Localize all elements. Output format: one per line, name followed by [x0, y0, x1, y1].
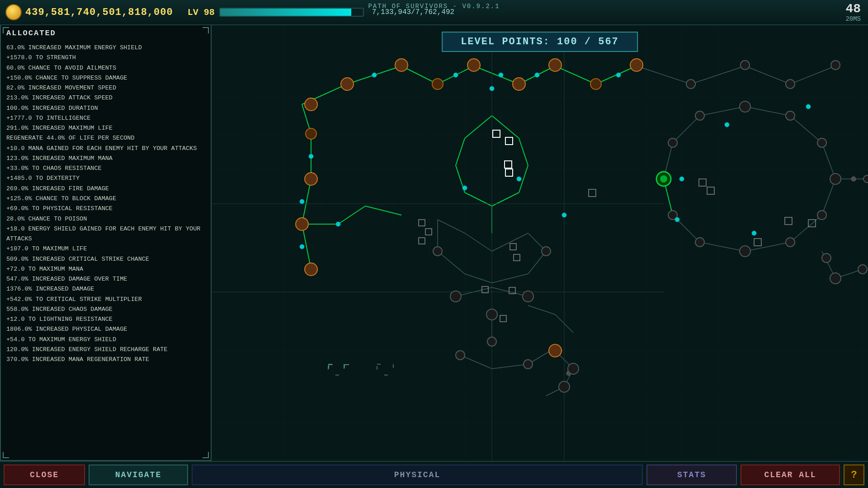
stat-line: +12.0 TO LIGHTNING RESISTANCE — [6, 314, 205, 324]
svg-point-76 — [372, 73, 377, 77]
svg-point-104 — [306, 128, 316, 139]
svg-point-93 — [740, 246, 750, 257]
svg-point-147 — [524, 360, 533, 369]
xp-bar — [219, 8, 364, 17]
bottom-bar: CLOSE NAVIGATE PHYSICAL STATS CLEAR ALL … — [0, 461, 868, 488]
svg-point-80 — [616, 73, 621, 77]
stat-line: 547.0% INCREASED DAMAGE OVER TIME — [6, 274, 205, 284]
help-button[interactable]: ? — [844, 465, 864, 485]
panel-corner-br — [203, 452, 209, 458]
top-bar: 439,581,740,501,818,000 LV 98 7,133,943/… — [0, 0, 868, 25]
svg-point-97 — [695, 111, 704, 120]
svg-point-103 — [305, 98, 317, 111]
svg-point-84 — [741, 61, 750, 70]
svg-point-91 — [817, 211, 826, 220]
svg-point-88 — [786, 111, 795, 120]
stat-line: 1806.0% INCREASED PHYSICAL DAMAGE — [6, 324, 205, 334]
stat-line: 120.0% INCREASED ENERGY SHIELD RECHARGE … — [6, 345, 205, 355]
stat-line: +1485.0 TO DEXTERITY — [6, 174, 205, 183]
svg-point-130 — [462, 186, 467, 190]
svg-point-148 — [830, 273, 841, 284]
close-button[interactable]: CLOSE — [4, 465, 85, 485]
stat-line: 100.0% INCREASED DURATION — [6, 103, 205, 113]
svg-point-68 — [341, 78, 354, 90]
gold-icon — [5, 4, 22, 20]
svg-point-69 — [395, 59, 408, 71]
stat-line: +72.0 TO MAXIMUM MANA — [6, 264, 205, 274]
svg-point-146 — [456, 351, 465, 360]
svg-point-129 — [336, 222, 340, 226]
svg-point-87 — [740, 101, 750, 112]
svg-point-145 — [559, 381, 570, 392]
svg-point-75 — [630, 59, 643, 71]
svg-point-72 — [513, 78, 525, 90]
svg-point-70 — [432, 79, 443, 89]
stats-button[interactable]: STATS — [646, 465, 737, 485]
stat-line: +18.0 ENERGY SHIELD GAINED FOR EACH ENEM… — [6, 224, 205, 244]
svg-point-74 — [590, 79, 601, 89]
stat-line: 28.0% CHANCE TO POISON — [6, 214, 205, 224]
stat-line: +107.0 TO MAXIMUM LIFE — [6, 244, 205, 254]
svg-point-131 — [517, 177, 521, 181]
svg-point-106 — [296, 218, 308, 230]
skill-tree-svg[interactable] — [212, 25, 868, 461]
stat-line: +10.0 MANA GAINED FOR EACH ENEMY HIT BY … — [6, 144, 205, 154]
panel-corner-tl — [3, 27, 9, 33]
stat-line: 60.0% CHANCE TO AVOID AILMENTS — [6, 63, 205, 73]
stat-line: 291.0% INCREASED MAXIMUM LIFE — [6, 123, 205, 133]
skill-tree-area[interactable]: LEVEL POINTS: 100 / 567 — [212, 25, 868, 461]
svg-point-132 — [490, 86, 494, 91]
svg-point-94 — [695, 238, 704, 247]
svg-point-78 — [499, 73, 503, 77]
svg-point-73 — [549, 59, 561, 71]
stat-line: +54.0 TO MAXIMUM ENERGY SHIELD — [6, 335, 205, 345]
svg-point-144 — [568, 363, 579, 374]
svg-rect-0 — [212, 25, 868, 461]
stat-line: 82.0% INCREASED MOVEMENT SPEED — [6, 83, 205, 93]
svg-point-85 — [786, 80, 795, 89]
svg-point-99 — [806, 104, 811, 109]
stat-line: 509.0% INCREASED CRITICAL STRIKE CHANCE — [6, 254, 205, 264]
svg-point-107 — [305, 263, 317, 276]
svg-point-77 — [453, 73, 458, 77]
stat-line: 370.0% INCREASED MANA REGENERATION RATE — [6, 355, 205, 365]
stat-line: +150.0% CHANCE TO SUPPRESS DAMAGE — [6, 73, 205, 83]
game-title: PATH OF SURVIVORS - V0.9.2.1 — [368, 3, 500, 10]
stat-line: +69.0% TO PHYSICAL RESISTANCE — [6, 204, 205, 214]
svg-point-151 — [863, 175, 868, 183]
svg-point-96 — [668, 138, 677, 147]
svg-point-143 — [549, 344, 561, 357]
svg-point-142 — [487, 337, 496, 346]
panel-header: ALLOCATED — [1, 25, 211, 41]
svg-point-105 — [305, 173, 317, 185]
clear-all-button[interactable]: CLEAR ALL — [741, 465, 840, 485]
navigate-button[interactable]: NAVIGATE — [89, 465, 188, 485]
svg-point-102 — [851, 177, 856, 181]
stat-line: 213.0% INCREASED ATTACK SPEED — [6, 93, 205, 103]
stat-line: +1777.0 TO INTELLIGENCE — [6, 113, 205, 123]
stat-line: 63.0% INCREASED MAXIMUM ENERGY SHIELD — [6, 43, 205, 53]
svg-point-128 — [300, 244, 304, 249]
svg-point-126 — [309, 154, 313, 159]
fps-display: 48 20MS — [845, 3, 861, 23]
svg-point-101 — [679, 177, 684, 181]
svg-point-140 — [433, 247, 442, 256]
stat-line: REGENERATE 44.0% OF LIFE PER SECOND — [6, 133, 205, 143]
svg-point-100 — [752, 231, 756, 235]
gold-amount: 439,581,740,501,818,000 — [25, 7, 173, 18]
stat-line: 269.0% INCREASED FIRE DAMAGE — [6, 184, 205, 194]
physical-button[interactable]: PHYSICAL — [192, 465, 643, 485]
stat-line: 558.0% INCREASED CHAOS DAMAGE — [6, 305, 205, 314]
svg-point-149 — [822, 253, 831, 263]
svg-point-134 — [675, 217, 679, 222]
stat-line: +33.0% TO CHAOS RESISTANCE — [6, 164, 205, 174]
svg-point-90 — [830, 174, 841, 184]
svg-point-127 — [300, 199, 304, 204]
stat-line: 123.0% INCREASED MAXIMUM MANA — [6, 154, 205, 164]
svg-point-71 — [467, 59, 480, 71]
stat-line: +1578.0 TO STRENGTH — [6, 53, 205, 63]
svg-point-79 — [535, 73, 539, 77]
allocated-label: ALLOCATED — [6, 29, 56, 38]
svg-point-141 — [542, 247, 551, 256]
level-label: LV 98 — [188, 7, 215, 18]
